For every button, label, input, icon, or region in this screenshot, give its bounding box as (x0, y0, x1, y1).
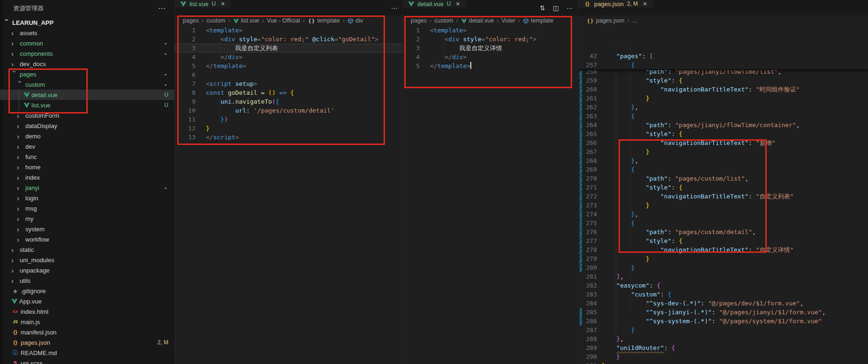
tree-item-main.js[interactable]: JSmain.js (0, 317, 174, 327)
tree-item-static[interactable]: ›static (0, 244, 174, 255)
tree-item-login[interactable]: ›login (0, 193, 174, 203)
breadcrumb: pages›custom›list.vue›Vue - Official›{ }… (175, 15, 403, 26)
breadcrumb-segment[interactable]: Vuter (501, 17, 515, 24)
line-number: 287 (578, 326, 597, 334)
breadcrumb-segment[interactable]: pages (183, 17, 199, 24)
line-number: 5 (403, 61, 420, 70)
line-number: 3 (403, 44, 420, 53)
tree-item-demo[interactable]: ›demo (0, 131, 174, 141)
code-line-277: 277 "style": { (578, 236, 868, 245)
tab-list.vue[interactable]: list.vue U × (175, 0, 230, 8)
code-editor[interactable]: 1 <template> 2 <div style="color: red;">… (403, 26, 578, 364)
line-number: 290 (578, 352, 597, 361)
breadcrumb-segment[interactable]: template (523, 17, 553, 24)
text-cursor (470, 62, 471, 69)
breadcrumb-separator: › (456, 17, 458, 24)
line-number: 285 (578, 308, 597, 317)
line-number: 277 (578, 236, 597, 245)
tree-item-assets[interactable]: ›assets (0, 28, 174, 38)
git-status-badge: 2, M (158, 339, 168, 346)
breadcrumb-segment[interactable]: Vue - Official (267, 17, 300, 24)
tree-item-utils[interactable]: ›utils (0, 275, 174, 286)
tree-item-workflow[interactable]: ›workflow (0, 234, 174, 244)
breadcrumb-segment[interactable]: detail.vue (461, 17, 494, 24)
line-number: 289 (578, 343, 597, 352)
tree-item-index[interactable]: ›index (0, 172, 174, 182)
tree-item-App.vue[interactable]: App.vue (0, 296, 174, 306)
breadcrumb-segment[interactable]: custom (206, 17, 225, 24)
tree-item-func[interactable]: ›func (0, 152, 174, 162)
tree-item-README.md[interactable]: ⓘREADME.md (0, 348, 174, 358)
tree-item-index.html[interactable]: <>index.html (0, 306, 174, 317)
code-line-278: 278 "navigationBarTitleText": "自定义详情" (578, 245, 868, 254)
more-actions-icon[interactable]: ⋯ (391, 4, 398, 12)
close-icon[interactable]: × (456, 0, 460, 8)
editor-pane-pages-json: {}pages.json 2, M × { }pages.json›… 42 "… (578, 0, 868, 364)
tree-item-pages[interactable]: ›pages● (0, 69, 174, 79)
line-number: 12 (175, 124, 196, 133)
close-icon[interactable]: × (221, 0, 225, 8)
tree-item-customForm[interactable]: ›customForm (0, 110, 174, 121)
json-icon: {} (11, 329, 19, 335)
tree-item-list.vue[interactable]: list.vueU (0, 100, 174, 110)
tree-item-uni_modules[interactable]: ›uni_modules (0, 255, 174, 265)
more-actions-icon[interactable]: ⋯ (566, 4, 574, 12)
code-line-2: 2 <div style="color: red;"> (403, 35, 578, 44)
close-icon[interactable]: × (643, 0, 647, 8)
tree-item-common[interactable]: ›common● (0, 38, 174, 48)
more-actions-icon[interactable]: ⋯ (158, 4, 166, 13)
chevron-down-icon: › (4, 19, 11, 26)
line-number: 268 (578, 156, 597, 165)
tab-detail.vue[interactable]: detail.vue U × (403, 0, 466, 8)
indent-guide (220, 35, 220, 62)
line-number: 267 (578, 147, 597, 156)
tree-item-components[interactable]: ›components● (0, 48, 174, 59)
tree-item-my[interactable]: ›my (0, 213, 174, 224)
chevron-right-icon: › (11, 61, 18, 68)
breadcrumb-segment[interactable]: custom (434, 17, 453, 24)
tab-pages.json[interactable]: {}pages.json 2, M × (578, 0, 652, 8)
code-line-272: 272 "navigationBarTitleText": "自定义列表" (578, 192, 868, 201)
breadcrumb-segment[interactable]: pages (411, 17, 427, 24)
tree-item-dev_docs[interactable]: ›dev_docs (0, 59, 174, 69)
code-editor[interactable]: 42 "pages": [ 257 { 258 "path": "pages/j… (578, 26, 868, 364)
code-line-289: 289 "uniIdRouter": { (578, 343, 868, 352)
indent-guide (220, 98, 220, 124)
tree-item-jianyi[interactable]: ›jianyi● (0, 182, 174, 193)
tree-item-msg[interactable]: ›msg (0, 203, 174, 213)
compare-icon[interactable]: ⇅ (540, 4, 545, 12)
git-status-badge: U (164, 91, 168, 98)
braces-icon: { } (308, 18, 316, 23)
breadcrumb-segment[interactable]: div (347, 17, 363, 24)
line-number: 275 (578, 219, 597, 228)
tree-root[interactable]: › LEARUN_APP (0, 17, 174, 28)
breadcrumb-separator: › (262, 17, 264, 24)
breadcrumb-segment[interactable]: { }pages.json (586, 17, 624, 24)
breadcrumb-segment[interactable]: list.vue (233, 17, 259, 24)
sticky-scroll[interactable]: 42 "pages": [ 257 { (578, 52, 868, 70)
editor-pane-detail-vue: detail.vue U ×⇅◫⋯ pages›custom›detail.vu… (402, 0, 578, 364)
split-editor-icon[interactable]: ◫ (553, 4, 559, 12)
breadcrumb-segment[interactable]: { }template (308, 17, 340, 24)
tree-item-dataDisplay[interactable]: ›dataDisplay (0, 121, 174, 131)
breadcrumb-segment[interactable]: … (632, 17, 638, 24)
tree-item-pages.json[interactable]: {}pages.json2, M (0, 337, 174, 348)
line-number: 13 (175, 133, 196, 142)
editor-pane-list-vue: list.vue U ×⋯ pages›custom›list.vue›Vue … (174, 0, 403, 364)
tree-item-detail.vue[interactable]: detail.vueU (0, 90, 174, 100)
chevron-right-icon: › (11, 257, 18, 264)
tree-item-dev[interactable]: ›dev (0, 141, 174, 152)
code-editor[interactable]: 1 <template> 2 <div style="color: red;" … (175, 26, 403, 364)
code-line-267: 267 } (578, 147, 868, 156)
tree-item-unpackage[interactable]: ›unpackage (0, 265, 174, 275)
tree-item-.gitignore[interactable]: ◆.gitignore (0, 286, 174, 296)
line-number: 281 (578, 272, 597, 281)
tree-item-manifest.json[interactable]: {}manifest.json (0, 327, 174, 337)
line-number: 10 (175, 106, 196, 115)
tree-item-custom[interactable]: ›custom● (0, 79, 174, 90)
tree-item-system[interactable]: ›system (0, 224, 174, 234)
tree-item-uni.scss[interactable]: Suni.scss (0, 358, 174, 364)
git-status-dot: ● (165, 42, 166, 45)
tree-item-home[interactable]: ›home (0, 162, 174, 172)
code-line-285: 285 "^sys-jianyi-(.*)": "@/pages/jianyi/… (578, 308, 868, 317)
